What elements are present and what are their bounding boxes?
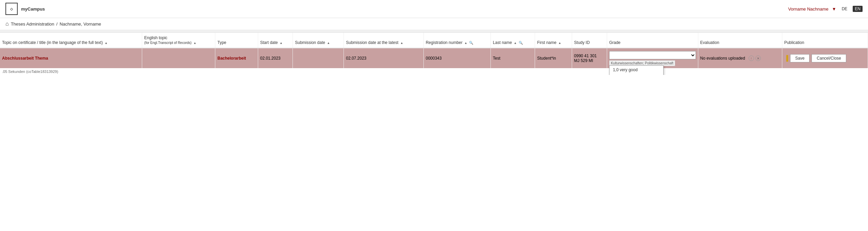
- col-english-topic: English topic (for Engl.Transcript of Re…: [142, 33, 215, 48]
- col-first-name: First name ▲: [535, 33, 572, 48]
- col-type: Type: [215, 33, 258, 48]
- evaluation-wrapper: No evaluations uploaded ↑ ✕: [700, 56, 780, 61]
- lang-de-button[interactable]: DE: [840, 6, 850, 12]
- evaluation-icons: ↑ ✕: [749, 56, 761, 61]
- col-reg-number-sort-icon[interactable]: ▲: [464, 41, 467, 45]
- col-first-name-label: First name: [537, 40, 556, 45]
- col-english-topic-sort-icon[interactable]: ▲: [194, 41, 197, 45]
- col-reg-number: Registration number ▲ 🔍: [423, 33, 490, 48]
- grade-option[interactable]: 1,0 very good: [610, 66, 663, 74]
- logo-icon: ◇: [5, 3, 18, 15]
- theses-table: Topic on certificate / title (in the lan…: [0, 33, 868, 75]
- cancel-close-button[interactable]: Cancel/Close: [812, 54, 846, 62]
- action-buttons: ▐ Save Cancel/Close: [784, 54, 866, 62]
- cell-publication: ▐ Save Cancel/Close: [782, 48, 868, 68]
- col-start-date: Start date ▲: [258, 33, 293, 48]
- col-evaluation: Evaluation: [698, 33, 782, 48]
- evaluation-text: No evaluations uploaded: [700, 56, 745, 61]
- user-dropdown-icon[interactable]: ▼: [832, 6, 836, 12]
- table-header-row: Topic on certificate / title (in the lan…: [0, 33, 868, 48]
- table-row: Abschlussarbeit Thema Bachelorarbeit 02.…: [0, 48, 868, 68]
- grade-select-wrapper: 1,0 very good1,3 very good1,7 good2,0 go…: [609, 51, 696, 65]
- toolbar: [0, 30, 868, 33]
- lang-en-button[interactable]: EN: [853, 6, 863, 12]
- col-study-id-label: Study ID: [574, 40, 590, 45]
- col-last-name-sort-icon[interactable]: ▲: [514, 41, 517, 45]
- col-topic-sort-icon[interactable]: ▲: [105, 41, 108, 45]
- cell-start-date: 02.01.2023: [258, 48, 293, 68]
- header-left: ◇ myCampus: [5, 3, 45, 15]
- cell-evaluation: No evaluations uploaded ↑ ✕: [698, 48, 782, 68]
- cell-grade: 1,0 very good1,3 very good1,7 good2,0 go…: [607, 48, 698, 68]
- col-topic: Topic on certificate / title (in the lan…: [0, 33, 142, 48]
- col-submission-date-latest-sort-icon[interactable]: ▲: [400, 41, 403, 45]
- breadcrumb-item-theses[interactable]: Theses Administration: [11, 21, 54, 27]
- breadcrumb: ⌂ Theses Administration / Nachname, Vorn…: [0, 18, 868, 30]
- delete-icon[interactable]: ✕: [755, 56, 761, 61]
- save-button[interactable]: Save: [790, 54, 809, 62]
- col-publication-label: Publication: [784, 40, 804, 45]
- col-evaluation-label: Evaluation: [700, 40, 719, 45]
- col-start-date-label: Start date: [260, 40, 278, 45]
- type-value: Bachelorarbeit: [217, 56, 246, 61]
- col-grade: Grade: [607, 33, 698, 48]
- col-type-label: Type: [217, 40, 226, 45]
- breadcrumb-separator: /: [56, 21, 58, 27]
- col-english-topic-sub: (for Engl.Transcript of Records): [144, 41, 191, 45]
- grade-dropdown-menu: 1,0 very good1,3 very good1,7 good2,0 go…: [609, 65, 664, 75]
- col-submission-date-latest: Submission date at the latest ▲: [344, 33, 424, 48]
- col-topic-label: Topic on certificate / title (in the lan…: [2, 40, 103, 45]
- table-container: Topic on certificate / title (in the lan…: [0, 33, 868, 75]
- grade-dropdown-container: Kulturwissenschaften; Politikwissenschaf…: [609, 61, 696, 65]
- cell-study-id: 0990 41 301 MJ 529 MI: [572, 48, 607, 68]
- col-publication: Publication: [782, 33, 868, 48]
- breadcrumb-item-student: Nachname, Vorname: [60, 21, 101, 27]
- cell-topic: Abschlussarbeit Thema: [0, 48, 142, 68]
- col-study-id: Study ID: [572, 33, 607, 48]
- col-submission-date-sort-icon[interactable]: ▲: [327, 41, 330, 45]
- col-grade-label: Grade: [609, 40, 620, 45]
- app-name: myCampus: [21, 6, 45, 12]
- cell-reg-number: 0000343: [423, 48, 490, 68]
- user-name[interactable]: Vorname Nachname: [788, 6, 829, 12]
- table-info-row: .05 Sekunden (coTable18313929): [0, 68, 868, 75]
- col-english-topic-label: English topic: [144, 35, 167, 40]
- cell-submission-date-latest: 02.07.2023: [344, 48, 424, 68]
- header-right: Vorname Nachname ▼ DE EN: [788, 6, 863, 12]
- grade-option[interactable]: 1,3 very good: [610, 74, 663, 75]
- col-first-name-sort-icon[interactable]: ▲: [558, 41, 561, 45]
- cell-english-topic: [142, 48, 215, 68]
- col-start-date-sort-icon[interactable]: ▲: [280, 41, 283, 45]
- home-icon[interactable]: ⌂: [5, 21, 9, 27]
- col-submission-date-label: Submission date: [295, 40, 325, 45]
- cell-last-name: Test: [491, 48, 535, 68]
- header: ◇ myCampus Vorname Nachname ▼ DE EN: [0, 0, 868, 18]
- col-submission-date-latest-label: Submission date at the latest: [346, 40, 398, 45]
- cell-first-name: Student*in: [535, 48, 572, 68]
- topic-value: Abschlussarbeit Thema: [2, 56, 48, 61]
- col-submission-date: Submission date ▲: [293, 33, 344, 48]
- col-last-name-label: Last name: [493, 40, 512, 45]
- col-last-name-filter-icon[interactable]: 🔍: [519, 41, 523, 45]
- cell-type: Bachelorarbeit: [215, 48, 258, 68]
- info-row-text: .05 Sekunden (coTable18313929): [0, 68, 868, 75]
- col-reg-number-filter-icon[interactable]: 🔍: [469, 41, 473, 45]
- cell-submission-date: [293, 48, 344, 68]
- col-reg-number-label: Registration number: [426, 40, 463, 45]
- publication-icon: ▐: [784, 55, 788, 61]
- grade-select[interactable]: 1,0 very good1,3 very good1,7 good2,0 go…: [609, 51, 696, 59]
- upload-icon[interactable]: ↑: [749, 56, 754, 61]
- col-last-name: Last name ▲ 🔍: [491, 33, 535, 48]
